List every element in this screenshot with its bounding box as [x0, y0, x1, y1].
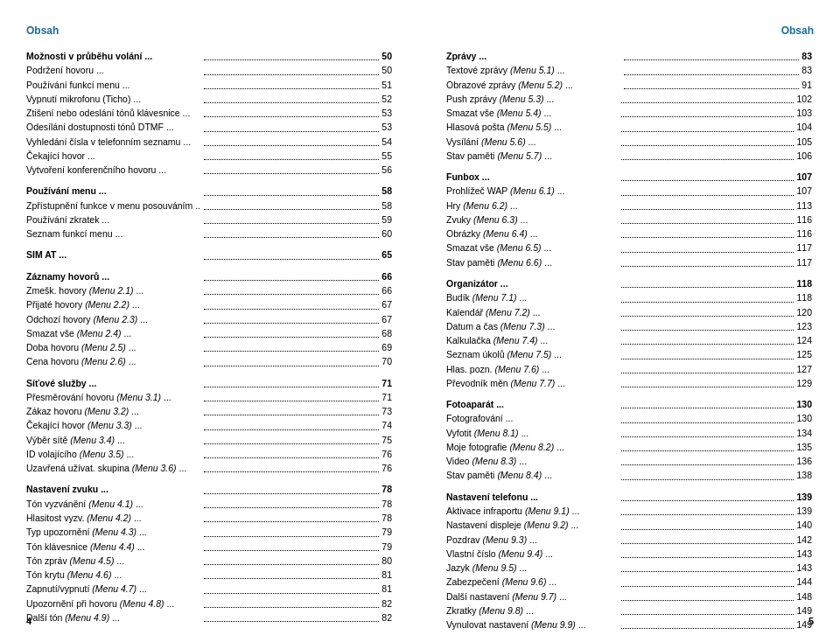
toc-item: Smazat vše (Menu 6.5) ... 117	[446, 241, 814, 255]
section-zpravy: Zprávy ... 83 Textové zprávy (Menu 5.1) …	[446, 49, 814, 163]
toc-item: Tón klávesnice (Menu 4.4) ... 79	[26, 540, 394, 554]
toc-item: Fotografování ... 130	[446, 411, 814, 425]
toc-item: Hry (Menu 6.2) ... 113	[446, 199, 814, 213]
section-nastaveni-zvuku: Nastavení zvuku ... 78 Tón vyzvánění (Me…	[26, 482, 394, 625]
section-fotoaparat: Fotoaparát ... 130 Fotografování ... 130…	[446, 397, 814, 483]
toc-item: Datum a čas (Menu 7.3) ... 123	[446, 319, 814, 333]
toc-item: Podržení hovoru ... 50	[26, 63, 394, 77]
toc-item: Video (Menu 8.3) ... 136	[446, 454, 814, 468]
toc-section-header: Nastavení telefonu ... 139	[446, 490, 814, 504]
toc-item: Kalendář (Menu 7.2) ... 120	[446, 305, 814, 319]
section-organizator: Organizátor ... 118 Budík (Menu 7.1) ...…	[446, 276, 814, 390]
toc-item: Jazyk (Menu 9.5) ... 143	[446, 561, 814, 575]
toc-section-header: Možnosti v průběhu volání ... 50	[26, 49, 394, 63]
toc-item: Tón vyzvánění (Menu 4.1) ... 78	[26, 497, 394, 511]
toc-item: Cena hovoru (Menu 2.6) ... 70	[26, 354, 394, 368]
toc-item: Doba hovoru (Menu 2.5) ... 69	[26, 340, 394, 354]
toc-item: Stav paměti (Menu 6.6) ... 117	[446, 255, 814, 269]
toc-item: Vytvoření konferenčního hovoru ... 56	[26, 163, 394, 177]
toc-section-header: Používání menu ... 58	[26, 184, 394, 198]
toc-item: Typ upozornění (Menu 4.3) ... 79	[26, 525, 394, 539]
page: Obsah Možnosti v průběhu volání ... 50 P…	[0, 0, 840, 642]
toc-item: Upozornění při hovoru (Menu 4.8) ... 82	[26, 597, 394, 611]
toc-item: Odesílání dostupnosti tónů DTMF ... 53	[26, 120, 394, 134]
toc-item: Vynulovat nastavení (Menu 9.9) ... 149	[446, 618, 814, 632]
toc-item: Vlastní číslo (Menu 9.4) ... 143	[446, 547, 814, 561]
toc-item: Moje fotografie (Menu 8.2) ... 135	[446, 440, 814, 454]
toc-item: Zvuky (Menu 6.3) ... 116	[446, 213, 814, 227]
toc-item: Výběr sítě (Menu 3.4) ... 75	[26, 433, 394, 447]
left-page-number: 4	[26, 616, 32, 626]
section-sitove: Síťové služby ... 71 Přesměrování hovoru…	[26, 376, 394, 476]
section-nastaveni-telefonu: Nastavení telefonu ... 139 Aktivace infr…	[446, 490, 814, 632]
toc-item: Přesměrování hovoru (Menu 3.1) ... 71	[26, 390, 394, 404]
toc-item: Uzavřená užívat. skupina (Menu 3.6) ... …	[26, 461, 394, 475]
toc-item: Hlasová pošta (Menu 5.5) ... 104	[446, 120, 814, 134]
section-funbox: Funbox ... 107 Prohlížeč WAP (Menu 6.1) …	[446, 170, 814, 269]
toc-item: Vyfotit (Menu 8.1) ... 134	[446, 426, 814, 440]
toc-item: Zmešk. hovory (Menu 2.1) ... 66	[26, 283, 394, 297]
toc-item: Čekající hovor (Menu 3.3) ... 74	[26, 418, 394, 432]
toc-item: Stav paměti (Menu 8.4) ... 138	[446, 468, 814, 482]
toc-item: Pozdrav (Menu 9.3) ... 142	[446, 533, 814, 547]
toc-item: Odchozí hovory (Menu 2.3) ... 67	[26, 312, 394, 326]
toc-section-header: SIM AT ... 65	[26, 248, 394, 262]
toc-item: Stav paměti (Menu 5.7) ... 106	[446, 149, 814, 163]
toc-item: Prohlížeč WAP (Menu 6.1) ... 107	[446, 184, 814, 198]
toc-item: Nastavení displeje (Menu 9.2) ... 140	[446, 518, 814, 532]
toc-item: Vysílání (Menu 5.6) ... 105	[446, 135, 814, 149]
toc-item: Push zprávy (Menu 5.3) ... 102	[446, 92, 814, 106]
toc-item: Čekající hovor ... 55	[26, 149, 394, 163]
toc-item: Hlas. pozn. (Menu 7.6) ... 127	[446, 362, 814, 376]
toc-item: Smazat vše (Menu 2.4) ... 68	[26, 326, 394, 340]
section-moznosti: Možnosti v průběhu volání ... 50 Podržen…	[26, 49, 394, 177]
toc-section-header: Záznamy hovorů ... 66	[26, 269, 394, 283]
toc-item: ID volajícího (Menu 3.5) ... 76	[26, 447, 394, 461]
toc-item: Budík (Menu 7.1) ... 118	[446, 290, 814, 304]
toc-item: Zabezpečení (Menu 9.6) ... 144	[446, 575, 814, 589]
toc-item: Hlasitost vyzv. (Menu 4.2) ... 78	[26, 511, 394, 525]
toc-item: Ztišení nebo odeslání tónů klávesnice ..…	[26, 106, 394, 120]
toc-item: Další nastavení (Menu 9.7) ... 148	[446, 590, 814, 604]
toc-item: Tón krytu (Menu 4.6) ... 81	[26, 568, 394, 582]
toc-section-header: Zprávy ... 83	[446, 49, 814, 63]
toc-item: Vypnutí mikrofonu (Ticho) ... 52	[26, 92, 394, 106]
toc-item: Převodník měn (Menu 7.7) ... 129	[446, 376, 814, 390]
toc-item: Obrazové zprávy (Menu 5.2) ... 91	[446, 78, 814, 92]
toc-item: Seznam úkolů (Menu 7.5) ... 125	[446, 347, 814, 361]
toc-item: Další tón (Menu 4.9) ... 82	[26, 611, 394, 625]
section-sim-at: SIM AT ... 65	[26, 248, 394, 262]
toc-item: Aktivace infraportu (Menu 9.1) ... 139	[446, 504, 814, 518]
toc-section-header: Funbox ... 107	[446, 170, 814, 184]
toc-section-header: Nastavení zvuku ... 78	[26, 482, 394, 496]
section-zaznamy: Záznamy hovorů ... 66 Zmešk. hovory (Men…	[26, 269, 394, 369]
left-header: Obsah	[26, 24, 394, 37]
toc-section-header: Organizátor ... 118	[446, 276, 814, 290]
toc-item: Tón zpráv (Menu 4.5) ... 80	[26, 554, 394, 568]
section-pouzivani-menu: Používání menu ... 58 Zpřístupnění funkc…	[26, 184, 394, 241]
toc-item: Kalkulačka (Menu 7.4) ... 124	[446, 333, 814, 347]
toc-section-header: Síťové služby ... 71	[26, 376, 394, 390]
left-column: Obsah Možnosti v průběhu volání ... 50 P…	[0, 0, 420, 642]
toc-item: Zákaz hovoru (Menu 3.2) ... 73	[26, 404, 394, 418]
toc-item: Obrázky (Menu 6.4) ... 116	[446, 227, 814, 241]
toc-item: Zpřístupnění funkce v menu posouváním ..…	[26, 199, 394, 213]
toc-item: Přijaté hovory (Menu 2.2) ... 67	[26, 297, 394, 311]
right-header: Obsah	[446, 24, 814, 37]
toc-item: Textové zprávy (Menu 5.1) ... 83	[446, 63, 814, 77]
toc-item: Smazat vše (Menu 5.4) ... 103	[446, 106, 814, 120]
right-column: Obsah Zprávy ... 83 Textové zprávy (Menu…	[420, 0, 840, 642]
toc-section-header: Fotoaparát ... 130	[446, 397, 814, 411]
right-page-number: 5	[808, 616, 814, 626]
toc-item: Vyhledání čísla v telefonním seznamu ...…	[26, 135, 394, 149]
toc-item: Používání zkratek ... 59	[26, 213, 394, 227]
toc-item: Seznam funkcí menu ... 60	[26, 227, 394, 241]
toc-item: Používání funkcí menu ... 51	[26, 78, 394, 92]
toc-item: Zkratky (Menu 9.8) ... 149	[446, 604, 814, 618]
toc-item: Zapnutí/vypnutí (Menu 4.7) ... 81	[26, 582, 394, 596]
